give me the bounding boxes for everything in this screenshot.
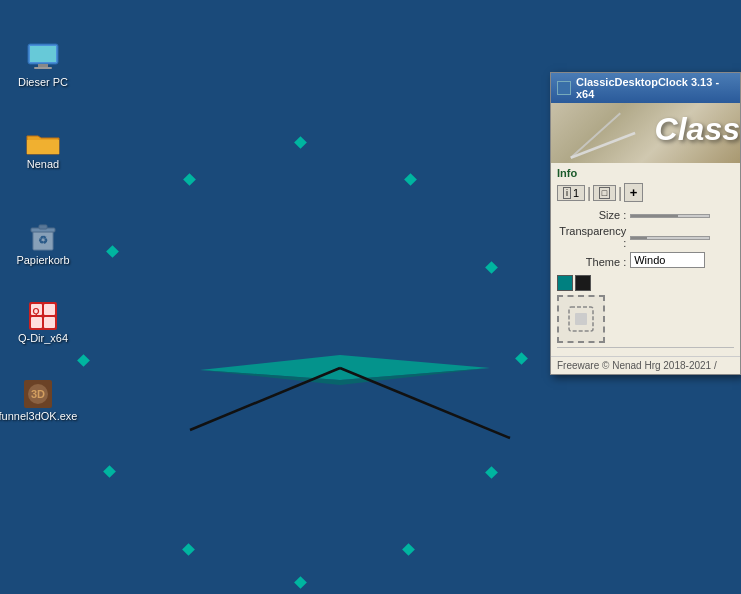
color-swatches	[557, 275, 734, 291]
desktop-icon-nenad[interactable]: Nenad	[8, 128, 78, 171]
svg-rect-2	[38, 64, 48, 67]
svg-marker-18	[200, 355, 490, 380]
size-label: Size :	[557, 209, 630, 221]
app-header-image: Class	[551, 103, 740, 163]
svg-rect-13	[44, 317, 55, 328]
desktop-icon-label: Papierkorb	[16, 254, 69, 267]
diamond-decoration	[402, 543, 415, 556]
placeholder-icon	[567, 305, 595, 333]
theme-dropdown[interactable]: Windo	[630, 252, 705, 268]
diamond-decoration	[294, 136, 307, 149]
desktop-icon-papierkorb[interactable]: ♻ Papierkorb	[8, 218, 78, 267]
icon-placeholder	[557, 295, 605, 343]
qdir-icon: Q	[27, 300, 59, 332]
svg-text:Q: Q	[32, 306, 39, 316]
svg-rect-7	[39, 225, 47, 229]
theme-dropdown-container: Windo	[630, 252, 734, 271]
size-slider[interactable]	[630, 208, 734, 222]
svg-line-22	[571, 113, 620, 158]
tab-add-button[interactable]: +	[624, 183, 644, 202]
app-window: ClassicDesktopClock 3.13 - x64 Class Inf…	[550, 72, 741, 375]
diamond-decoration	[106, 245, 119, 258]
size-field-row: Size :	[557, 208, 734, 222]
desktop-icon-label: funnel3dOK.exe	[0, 410, 77, 423]
tab2-icon: □	[599, 187, 610, 199]
svg-rect-25	[575, 313, 587, 325]
color-swatch-black[interactable]	[575, 275, 591, 291]
desktop-icon-label: Q-Dir_x64	[18, 332, 68, 345]
transparency-slider[interactable]	[630, 230, 734, 244]
footer-text: Freeware © Nenad Hrg 2018-2021 /	[551, 356, 740, 374]
svg-text:3D: 3D	[31, 388, 45, 400]
app-body: Info i 1 | □ | + Size : Transparency :	[551, 163, 740, 356]
recycle-bin-icon: ♻	[27, 218, 59, 254]
diamond-decoration	[404, 173, 417, 186]
desktop-icon-dieser-pc[interactable]: Dieser PC	[8, 40, 78, 89]
info-label: Info	[557, 167, 734, 179]
app-header-class-text: Class	[655, 111, 740, 148]
diamond-decoration	[77, 354, 90, 367]
app-title: ClassicDesktopClock 3.13 - x64	[576, 76, 734, 100]
transparency-slider-track[interactable]	[630, 236, 710, 240]
divider	[557, 347, 734, 348]
diamond-decoration	[485, 261, 498, 274]
theme-label: Theme :	[557, 256, 630, 268]
svg-rect-12	[31, 317, 42, 328]
app-titlebar: ClassicDesktopClock 3.13 - x64	[551, 73, 740, 103]
funnel-icon: 3D	[22, 378, 54, 410]
svg-rect-3	[34, 67, 52, 69]
tab-divider: |	[587, 185, 591, 201]
tab-divider2: |	[618, 185, 622, 201]
tab-bar: i 1 | □ | +	[557, 183, 734, 202]
desktop-icon-funnel3dok[interactable]: 3D funnel3dOK.exe	[3, 378, 73, 423]
tab1-label: 1	[573, 187, 579, 199]
diamond-decoration	[182, 543, 195, 556]
transparency-label: Transparency :	[557, 225, 630, 249]
computer-icon	[25, 40, 61, 76]
tab-1-button[interactable]: i 1	[557, 185, 585, 201]
theme-field-row: Theme : Windo	[557, 252, 734, 271]
desktop-icon-label: Nenad	[27, 158, 59, 171]
svg-text:♻: ♻	[38, 234, 48, 246]
diamond-decoration	[294, 576, 307, 589]
svg-line-21	[340, 368, 510, 438]
desktop-icon-qdir[interactable]: Q Q-Dir_x64	[8, 300, 78, 345]
svg-line-20	[190, 368, 340, 430]
folder-icon	[25, 128, 61, 158]
diamond-decoration	[103, 465, 116, 478]
desktop-icon-label: Dieser PC	[18, 76, 68, 89]
diamond-decoration	[183, 173, 196, 186]
color-swatch-teal[interactable]	[557, 275, 573, 291]
tab1-icon: i	[563, 187, 571, 199]
tab-2-button[interactable]: □	[593, 185, 616, 201]
svg-rect-4	[30, 46, 56, 62]
svg-rect-11	[44, 304, 55, 315]
size-slider-track[interactable]	[630, 214, 710, 218]
svg-line-23	[571, 133, 635, 158]
clock-visualization	[140, 290, 520, 470]
app-title-icon	[557, 81, 571, 95]
transparency-field-row: Transparency :	[557, 225, 734, 249]
